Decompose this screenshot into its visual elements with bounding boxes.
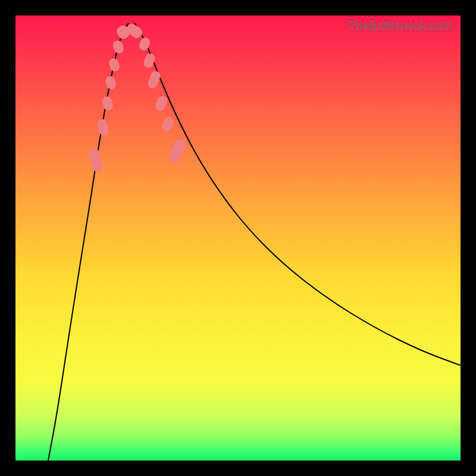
- marker-right-2: [142, 52, 156, 69]
- marker-left-0: [87, 147, 104, 173]
- marker-left-2: [101, 95, 114, 111]
- marker-right-6: [167, 137, 187, 165]
- marker-right-3: [146, 70, 161, 90]
- marker-left-5: [112, 39, 126, 55]
- data-markers-layer: [15, 15, 461, 461]
- chart-plot-area: TheBottleneck.com: [15, 15, 461, 461]
- marker-right-0: [124, 22, 144, 40]
- watermark-text: TheBottleneck.com: [348, 19, 452, 33]
- marker-right-1: [138, 36, 152, 52]
- marker-left-1: [96, 118, 110, 136]
- marker-left-3: [104, 75, 117, 90]
- marker-right-5: [161, 116, 176, 133]
- marker-right-4: [154, 95, 169, 112]
- marker-left-4: [108, 57, 121, 73]
